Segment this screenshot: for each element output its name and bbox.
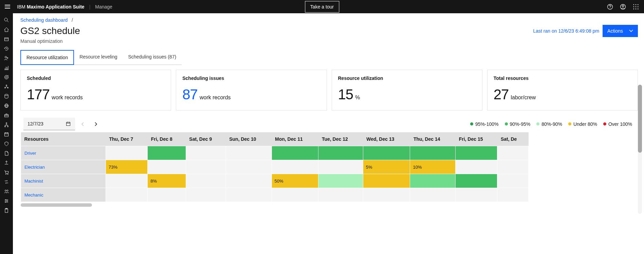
grid-cell[interactable] [272, 146, 318, 160]
grid-cell[interactable] [226, 188, 272, 202]
grid-cell[interactable] [363, 174, 410, 188]
database-icon[interactable] [3, 93, 10, 100]
grid-cell[interactable] [497, 188, 529, 202]
chart-icon[interactable] [3, 64, 10, 71]
grid-cell[interactable] [272, 160, 318, 174]
grid-cell[interactable] [363, 146, 410, 160]
grid-cell[interactable] [318, 174, 363, 188]
card-total-title: Total resources [494, 75, 631, 81]
user-icon[interactable] [620, 3, 626, 10]
grid-cell[interactable] [226, 174, 272, 188]
top-bar: IBM Maximo Application Suite | Manage Ta… [0, 0, 644, 13]
grid-cell[interactable] [148, 188, 186, 202]
page-subtitle: Manual optimization [20, 38, 638, 44]
vertical-scrollbar-thumb[interactable] [638, 85, 642, 153]
card-scheduled: Scheduled 177 work records [20, 70, 171, 111]
grid-cell[interactable] [186, 188, 226, 202]
take-tour-button[interactable]: Take a tour [305, 1, 339, 13]
grid-cell[interactable] [226, 146, 272, 160]
resource-link-mechanic[interactable]: Mechanic [21, 192, 43, 198]
vertical-scrollbar[interactable] [638, 85, 642, 214]
grid-cell[interactable] [456, 174, 497, 188]
resource-link-driver[interactable]: Driver [21, 151, 36, 156]
side-nav-rail [0, 13, 13, 254]
cart-icon[interactable] [3, 169, 10, 176]
help-icon[interactable] [607, 3, 613, 10]
box-icon[interactable] [3, 36, 10, 43]
legend-label: 95%-100% [475, 121, 499, 127]
grid-cell[interactable] [106, 174, 148, 188]
people-icon[interactable] [3, 188, 10, 195]
grid-cell[interactable] [318, 160, 363, 174]
grid-scroll-container[interactable]: Resources Thu, Dec 7 Fri, Dec 8 Sat, Dec… [21, 132, 638, 207]
upload-icon[interactable] [3, 159, 10, 166]
grid-cell[interactable] [186, 174, 226, 188]
grid-cell[interactable] [186, 146, 226, 160]
grid-cell[interactable] [106, 146, 148, 160]
actions-button[interactable]: Actions [603, 25, 638, 37]
grid-cell[interactable] [148, 146, 186, 160]
target-icon[interactable] [3, 74, 10, 81]
tree-icon[interactable] [3, 121, 10, 128]
grid-header-resources: Resources [21, 132, 106, 146]
breadcrumb: Scheduling dashboard / [20, 17, 638, 23]
grid-cell[interactable] [456, 160, 497, 174]
person-icon[interactable] [3, 55, 10, 62]
grid-header-col: Sat, Dec 9 [186, 132, 226, 146]
grid-cell[interactable]: 5% [363, 160, 410, 174]
grid-cell[interactable] [226, 160, 272, 174]
horizontal-scrollbar[interactable] [21, 203, 92, 207]
grid-cell[interactable] [318, 188, 363, 202]
history-icon[interactable] [3, 45, 10, 52]
grid-cell[interactable] [410, 174, 456, 188]
grid-cell[interactable] [497, 146, 529, 160]
card-scheduled-title: Scheduled [27, 75, 165, 81]
grid-cell[interactable] [456, 146, 497, 160]
grid-cell[interactable]: 50% [272, 174, 318, 188]
grid-cell[interactable] [148, 160, 186, 174]
legend-over-100: Over 100% [603, 121, 632, 127]
clipboard-icon[interactable] [3, 207, 10, 214]
grid-cell[interactable] [363, 188, 410, 202]
globe-icon[interactable] [3, 102, 10, 109]
breadcrumb-parent-link[interactable]: Scheduling dashboard [20, 17, 68, 23]
tab-resource-leveling[interactable]: Resource leveling [74, 50, 123, 65]
tab-resource-utilization[interactable]: Resource utilization [20, 50, 74, 65]
search-icon[interactable] [3, 17, 10, 23]
grid-cell[interactable] [497, 160, 529, 174]
date-input[interactable]: 12/7/23 [23, 118, 75, 130]
cell-value [363, 179, 366, 184]
grid-cell[interactable] [497, 174, 529, 188]
legend-label: Over 100% [608, 121, 632, 127]
grid-cell[interactable]: 8% [148, 174, 186, 188]
resource-link-machinist[interactable]: Machinist [21, 179, 43, 184]
next-period-button[interactable] [91, 119, 101, 129]
card-issues-value[interactable]: 87 [182, 86, 198, 103]
card-total: Total resources 27 labor/crew [487, 70, 638, 111]
grid-cell[interactable] [318, 146, 363, 160]
svg-point-1 [610, 8, 610, 8]
grid-cell[interactable]: 10% [410, 160, 456, 174]
grid-cell[interactable] [456, 188, 497, 202]
settings-icon[interactable] [3, 198, 10, 204]
home-icon[interactable] [3, 26, 10, 33]
app-switcher-icon[interactable] [632, 3, 639, 10]
table-row: Mechanic [21, 188, 529, 202]
grid-cell[interactable]: 73% [106, 160, 148, 174]
tab-scheduling-issues[interactable]: Scheduling issues (87) [123, 50, 182, 65]
hamburger-menu-icon[interactable] [5, 3, 12, 10]
shield-icon[interactable] [3, 140, 10, 147]
document-icon[interactable] [3, 150, 10, 157]
resource-link-electrician[interactable]: Electrician [21, 165, 45, 170]
calendar-icon[interactable] [3, 131, 10, 138]
grid-cell[interactable] [410, 188, 456, 202]
network-icon[interactable] [3, 83, 10, 90]
grid-header-col: Tue, Dec 12 [318, 132, 363, 146]
grid-cell[interactable] [106, 188, 148, 202]
toolbox-icon[interactable] [3, 112, 10, 119]
exchange-icon[interactable] [3, 179, 10, 185]
grid-cell[interactable] [410, 146, 456, 160]
grid-cell[interactable] [272, 188, 318, 202]
grid-cell[interactable] [186, 160, 226, 174]
actions-label: Actions [607, 28, 623, 34]
